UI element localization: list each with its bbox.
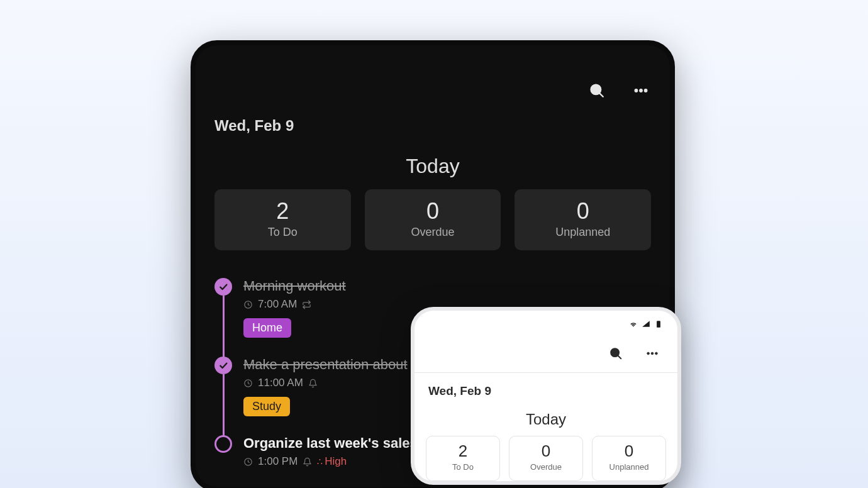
task-time: 11:00 AM [258, 377, 303, 389]
bell-icon [303, 457, 312, 467]
stat-count: 0 [509, 441, 582, 461]
stat-card-todo[interactable]: 2 To Do [214, 189, 351, 250]
timeline-connector [223, 374, 225, 436]
date-heading-dark: Wed, Feb 9 [196, 107, 670, 138]
svg-point-11 [647, 352, 650, 355]
svg-point-12 [651, 352, 654, 355]
more-icon[interactable] [632, 82, 650, 99]
svg-rect-8 [657, 321, 660, 327]
stat-card-overdue[interactable]: 0 Overdue [365, 189, 501, 250]
stat-count: 0 [365, 198, 501, 225]
svg-line-10 [618, 356, 621, 359]
stat-label: Overdue [365, 226, 501, 239]
search-icon[interactable] [588, 82, 606, 99]
svg-point-2 [635, 89, 638, 92]
timeline-connector [223, 296, 225, 358]
stats-row-dark: 2 To Do 0 Overdue 0 Unplanned [196, 189, 670, 250]
top-actions-dark [196, 78, 670, 107]
phone-light-frame: Wed, Feb 9 Today 2 To Do 0 Overdue 0 Unp… [411, 307, 681, 485]
stat-card-unplanned[interactable]: 0 Unplanned [592, 436, 666, 481]
stat-label: To Do [426, 462, 499, 472]
battery-icon [654, 319, 664, 328]
task-check-done-icon[interactable] [214, 278, 232, 296]
stat-count: 2 [426, 441, 499, 461]
svg-point-4 [644, 89, 647, 92]
stat-label: Overdue [509, 462, 582, 472]
top-actions-light [415, 330, 677, 370]
stat-count: 2 [214, 198, 351, 225]
task-check-done-icon[interactable] [214, 357, 232, 374]
task-check-open-icon[interactable] [214, 435, 232, 453]
search-icon[interactable] [607, 345, 625, 362]
svg-point-13 [655, 352, 658, 355]
status-bar-light [415, 311, 677, 330]
stat-card-overdue[interactable]: 0 Overdue [509, 436, 583, 481]
stat-label: Unplanned [515, 226, 651, 239]
today-title-dark: Today [196, 138, 670, 189]
bell-icon [308, 379, 318, 388]
more-icon[interactable] [643, 345, 661, 362]
svg-point-3 [640, 89, 643, 92]
task-tag-study[interactable]: Study [243, 397, 290, 416]
task-time: 1:00 PM [258, 455, 298, 468]
status-bar-dark [196, 45, 670, 78]
svg-line-1 [599, 93, 603, 96]
repeat-icon [302, 300, 311, 309]
task-tag-home[interactable]: Home [243, 318, 291, 338]
priority-dots-icon: ∴ [317, 457, 322, 467]
stat-count: 0 [515, 198, 651, 225]
stat-card-todo[interactable]: 2 To Do [426, 436, 500, 481]
clock-icon [243, 457, 253, 467]
priority-badge: ∴ High [317, 455, 347, 468]
stat-label: To Do [214, 226, 351, 239]
stat-count: 0 [593, 441, 665, 461]
wifi-icon [628, 319, 638, 328]
signal-icon [641, 319, 651, 328]
clock-icon [243, 300, 253, 309]
stat-label: Unplanned [593, 462, 665, 472]
priority-label: High [325, 455, 347, 468]
task-time: 7:00 AM [258, 298, 297, 311]
today-title-light: Today [415, 399, 677, 436]
date-heading-light: Wed, Feb 9 [415, 373, 677, 399]
stat-card-unplanned[interactable]: 0 Unplanned [515, 189, 651, 250]
task-title: Morning workout [243, 278, 651, 294]
clock-icon [243, 379, 253, 388]
stats-row-light: 2 To Do 0 Overdue 0 Unplanned [415, 436, 677, 481]
